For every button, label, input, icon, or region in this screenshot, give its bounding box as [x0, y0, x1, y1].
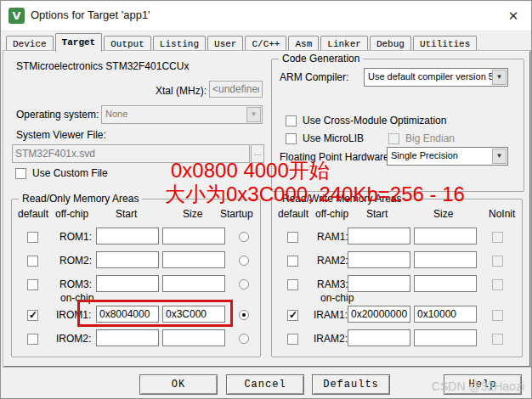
irom1-startup-radio[interactable]: [239, 310, 249, 320]
ram1-start-input[interactable]: [348, 228, 410, 244]
rom2-start-input[interactable]: [96, 251, 159, 268]
arm-compiler-dropdown-arrow-icon[interactable]: ▼: [492, 70, 507, 85]
tab-utilities[interactable]: Utilities: [413, 36, 477, 52]
rom3-default-checkbox[interactable]: [27, 279, 38, 290]
ram2-start-input[interactable]: [348, 251, 410, 268]
irom1-default-checkbox[interactable]: [27, 310, 38, 321]
use-microlib-checkbox[interactable]: [286, 133, 297, 144]
defaults-button[interactable]: Defaults: [312, 374, 390, 395]
rom3-startup-radio[interactable]: [239, 279, 249, 289]
tab-device[interactable]: Device: [6, 36, 54, 52]
ram2-label: RAM2:: [317, 255, 348, 267]
title-bar: V Options for Target 'app1' ✕: [1, 1, 531, 31]
irom2-startup-radio[interactable]: [239, 334, 249, 344]
iram1-default-checkbox[interactable]: [287, 310, 298, 321]
tab-user[interactable]: User: [207, 36, 243, 52]
iram2-start-input[interactable]: [348, 329, 410, 346]
ram3-label: RAM3:: [317, 278, 348, 290]
device-name-label: STMicroelectronics STM32F401CCUx: [16, 60, 189, 72]
rw-header-start: Start: [366, 208, 388, 220]
iram2-default-checkbox[interactable]: [287, 334, 298, 345]
irom1-size-input[interactable]: [162, 306, 225, 323]
ro-onchip-label: on-chip: [60, 292, 93, 304]
iram1-size-input[interactable]: [414, 306, 477, 323]
cross-module-optimization-label: Use Cross-Module Optimization: [303, 115, 446, 126]
browse-svd-button[interactable]: ...: [251, 144, 264, 163]
iram1-noinit-checkbox[interactable]: [492, 310, 503, 321]
iram1-start-input[interactable]: [348, 306, 410, 323]
xtal-input: [209, 81, 263, 98]
tab-listing[interactable]: Listing: [153, 36, 206, 52]
irom2-start-input[interactable]: [96, 329, 159, 346]
irom2-size-input[interactable]: [162, 329, 225, 346]
ram1-size-input[interactable]: [414, 228, 477, 244]
tab-linker[interactable]: Linker: [320, 36, 368, 52]
iram2-size-input[interactable]: [414, 329, 477, 346]
ro-header-start: Start: [116, 208, 137, 220]
iram1-label: IRAM1:: [314, 309, 348, 321]
rom1-default-checkbox[interactable]: [27, 232, 38, 243]
use-custom-file-checkbox[interactable]: [15, 168, 26, 179]
iram2-label: IRAM2:: [314, 333, 348, 345]
ram2-default-checkbox[interactable]: [287, 256, 298, 267]
big-endian-checkbox: [388, 133, 399, 144]
ram1-noinit-checkbox[interactable]: [492, 232, 503, 243]
irom2-label: IROM2:: [56, 333, 91, 345]
ram3-size-input[interactable]: [414, 275, 477, 292]
floating-point-hardware-value: Single Precision: [391, 150, 458, 160]
ram3-default-checkbox[interactable]: [287, 279, 298, 290]
rom2-label: ROM2:: [59, 255, 92, 267]
ram2-noinit-checkbox[interactable]: [492, 256, 503, 267]
rom1-size-input[interactable]: [162, 228, 225, 244]
help-button[interactable]: Help: [444, 374, 522, 395]
fph-dropdown-arrow-icon[interactable]: ▼: [492, 149, 507, 164]
ro-header-default: default: [18, 208, 48, 220]
tab-asm[interactable]: Asm: [288, 36, 319, 52]
irom1-label: IROM1:: [56, 309, 91, 321]
arm-compiler-label: ARM Compiler:: [280, 71, 348, 83]
tab-output[interactable]: Output: [104, 36, 151, 52]
use-microlib-label: Use MicroLIB: [303, 132, 364, 144]
operating-system-label: Operating system:: [16, 109, 99, 121]
close-icon[interactable]: ✕: [504, 7, 523, 25]
ram1-default-checkbox[interactable]: [287, 232, 298, 243]
rom2-size-input[interactable]: [162, 251, 225, 268]
rom1-start-input[interactable]: [96, 228, 159, 244]
read-only-memory-group-label: Read/Only Memory Areas: [19, 193, 142, 205]
tab-target[interactable]: Target: [55, 33, 103, 52]
floating-point-hardware-select[interactable]: Single Precision ▼: [387, 147, 508, 166]
tab-debug[interactable]: Debug: [370, 36, 411, 52]
arm-compiler-select[interactable]: Use default compiler version 5 ▼: [364, 68, 508, 87]
ro-header-size: Size: [183, 208, 202, 220]
arm-compiler-value: Use default compiler version 5: [368, 71, 494, 81]
irom1-start-input[interactable]: [96, 306, 159, 323]
keil-app-icon: V: [8, 8, 25, 24]
rom1-startup-radio[interactable]: [239, 232, 249, 242]
cancel-button[interactable]: Cancel: [226, 374, 304, 395]
rom3-start-input[interactable]: [96, 275, 159, 292]
code-generation-group-label: Code Generation: [279, 53, 363, 65]
rw-onchip-label: on-chip: [320, 292, 354, 304]
ok-button[interactable]: OK: [139, 374, 218, 395]
floating-point-hardware-label: Floating Point Hardware:: [280, 151, 392, 163]
options-dialog: V Options for Target 'app1' ✕ Device Tar…: [0, 0, 532, 399]
rom3-size-input[interactable]: [162, 275, 225, 292]
rom1-label: ROM1:: [59, 231, 92, 243]
ram3-noinit-checkbox[interactable]: [492, 279, 503, 290]
xtal-label: Xtal (MHz):: [156, 85, 207, 97]
ram2-size-input[interactable]: [414, 251, 477, 268]
ro-header-offchip: off-chip: [55, 208, 88, 220]
tab-strip: Device Target Output Listing User C/C++ …: [6, 33, 478, 52]
rom2-startup-radio[interactable]: [239, 256, 249, 266]
irom2-default-checkbox[interactable]: [27, 334, 38, 345]
iram2-noinit-checkbox[interactable]: [492, 334, 503, 345]
cross-module-optimization-checkbox[interactable]: [286, 115, 297, 126]
ram3-start-input[interactable]: [348, 275, 410, 292]
dialog-title: Options for Target 'app1': [31, 8, 150, 21]
rw-header-size: Size: [433, 208, 453, 220]
tab-cpp[interactable]: C/C++: [245, 36, 286, 52]
ram1-label: RAM1:: [317, 231, 348, 243]
read-write-memory-group-label: Read/Write Memory Areas: [279, 193, 405, 205]
rom3-label: ROM3:: [59, 278, 92, 290]
rom2-default-checkbox[interactable]: [27, 256, 38, 267]
